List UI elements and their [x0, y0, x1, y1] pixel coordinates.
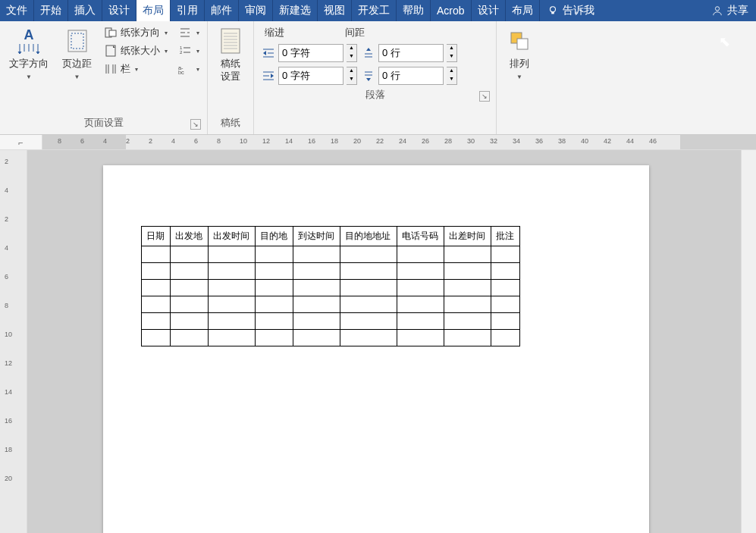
- spin-down[interactable]: ▼: [347, 53, 356, 61]
- breaks-button[interactable]: ▾: [175, 24, 202, 41]
- table-header-cell[interactable]: 目的地: [255, 227, 293, 246]
- table-cell[interactable]: [444, 246, 491, 263]
- table-cell[interactable]: [255, 296, 293, 313]
- table-header-cell[interactable]: 到达时间: [293, 227, 340, 246]
- table-cell[interactable]: [444, 263, 491, 280]
- table-cell[interactable]: [491, 280, 520, 296]
- tab-developer[interactable]: 开发工: [352, 0, 397, 21]
- table-cell[interactable]: [142, 330, 171, 346]
- indent-left-input[interactable]: [278, 44, 343, 62]
- table-cell[interactable]: [340, 313, 397, 330]
- indent-right-field[interactable]: ▲▼: [262, 67, 357, 85]
- spin-down[interactable]: ▼: [347, 76, 356, 84]
- table-cell[interactable]: [397, 313, 444, 330]
- table-cell[interactable]: [444, 330, 491, 346]
- hyphenation-button[interactable]: a-bc▾: [175, 61, 202, 77]
- table-cell[interactable]: [293, 296, 340, 313]
- tab-acrobat[interactable]: Acrob: [431, 0, 472, 21]
- space-after-field[interactable]: ▲▼: [362, 67, 457, 85]
- table-cell[interactable]: [293, 246, 340, 263]
- table-cell[interactable]: [293, 280, 340, 296]
- table-row[interactable]: [142, 313, 520, 330]
- table-cell[interactable]: [491, 313, 520, 330]
- table-cell[interactable]: [170, 280, 208, 296]
- table-cell[interactable]: [293, 330, 340, 346]
- spin-down[interactable]: ▼: [447, 76, 456, 84]
- tab-file[interactable]: 文件: [0, 0, 34, 21]
- document-table[interactable]: 日期出发地出发时间目的地到达时间目的地地址电话号码出差时间批注: [141, 226, 520, 346]
- table-row[interactable]: [142, 246, 520, 263]
- tab-help[interactable]: 帮助: [397, 0, 431, 21]
- table-row[interactable]: [142, 280, 520, 296]
- paragraph-launcher[interactable]: ↘: [479, 91, 490, 102]
- table-cell[interactable]: [208, 246, 255, 263]
- table-cell[interactable]: [397, 330, 444, 346]
- table-cell[interactable]: [340, 263, 397, 280]
- manuscript-settings-button[interactable]: 稿纸 设置: [212, 24, 249, 86]
- table-header-cell[interactable]: 出发地: [170, 227, 208, 246]
- table-cell[interactable]: [491, 246, 520, 263]
- line-numbers-button[interactable]: 12▾: [175, 42, 202, 59]
- table-cell[interactable]: [397, 296, 444, 313]
- table-row[interactable]: [142, 330, 520, 346]
- table-cell[interactable]: [444, 280, 491, 296]
- table-cell[interactable]: [491, 263, 520, 280]
- table-cell[interactable]: [255, 246, 293, 263]
- table-cell[interactable]: [491, 330, 520, 346]
- table-cell[interactable]: [255, 313, 293, 330]
- tab-table-design[interactable]: 设计: [472, 0, 506, 21]
- spin-up[interactable]: ▲: [347, 45, 356, 53]
- table-cell[interactable]: [142, 296, 171, 313]
- tab-table-layout[interactable]: 布局: [506, 0, 540, 21]
- table-cell[interactable]: [340, 296, 397, 313]
- indent-left-field[interactable]: ▲▼: [262, 44, 357, 62]
- tell-me-search[interactable]: 告诉我: [540, 0, 602, 21]
- spin-up[interactable]: ▲: [447, 45, 456, 53]
- table-cell[interactable]: [208, 313, 255, 330]
- space-before-field[interactable]: ▲▼: [362, 44, 457, 62]
- table-cell[interactable]: [142, 246, 171, 263]
- spin-up[interactable]: ▲: [347, 67, 356, 76]
- margins-button[interactable]: 页边距 ▼: [58, 24, 96, 83]
- space-after-input[interactable]: [378, 67, 444, 85]
- table-cell[interactable]: [444, 296, 491, 313]
- tab-mailings[interactable]: 邮件: [205, 0, 239, 21]
- table-cell[interactable]: [397, 246, 444, 263]
- table-cell[interactable]: [255, 263, 293, 280]
- horizontal-ruler[interactable]: 8642246810121416182022242628303234363840…: [42, 135, 756, 149]
- tab-newtab[interactable]: 新建选: [273, 0, 318, 21]
- table-cell[interactable]: [142, 313, 171, 330]
- table-cell[interactable]: [170, 330, 208, 346]
- table-row[interactable]: [142, 263, 520, 280]
- share-button[interactable]: 共享: [727, 4, 748, 17]
- table-cell[interactable]: [170, 246, 208, 263]
- table-cell[interactable]: [142, 263, 171, 280]
- table-header-cell[interactable]: 出差时间: [444, 227, 491, 246]
- document-canvas[interactable]: 日期出发地出发时间目的地到达时间目的地地址电话号码出差时间批注: [27, 150, 741, 533]
- table-cell[interactable]: [208, 330, 255, 346]
- table-cell[interactable]: [170, 296, 208, 313]
- table-cell[interactable]: [170, 263, 208, 280]
- tab-design[interactable]: 设计: [102, 0, 136, 21]
- spin-up[interactable]: ▲: [447, 67, 456, 76]
- table-cell[interactable]: [491, 296, 520, 313]
- space-before-input[interactable]: [378, 44, 444, 62]
- table-cell[interactable]: [208, 296, 255, 313]
- page-setup-launcher[interactable]: ↘: [190, 119, 201, 130]
- table-cell[interactable]: [293, 263, 340, 280]
- tab-home[interactable]: 开始: [34, 0, 68, 21]
- indent-right-input[interactable]: [278, 67, 343, 85]
- table-cell[interactable]: [255, 330, 293, 346]
- table-header-cell[interactable]: 日期: [142, 227, 171, 246]
- table-cell[interactable]: [340, 246, 397, 263]
- table-row[interactable]: [142, 296, 520, 313]
- tab-insert[interactable]: 插入: [68, 0, 102, 21]
- text-direction-button[interactable]: A 文字方向 ▼: [5, 24, 53, 83]
- tab-review[interactable]: 审阅: [239, 0, 273, 21]
- table-cell[interactable]: [397, 280, 444, 296]
- arrange-button[interactable]: 排列 ▼: [501, 24, 538, 83]
- vertical-ruler[interactable]: 242468101214161820: [0, 150, 27, 533]
- size-button[interactable]: 纸张大小▾: [101, 42, 171, 59]
- table-cell[interactable]: [340, 330, 397, 346]
- tab-view[interactable]: 视图: [318, 0, 352, 21]
